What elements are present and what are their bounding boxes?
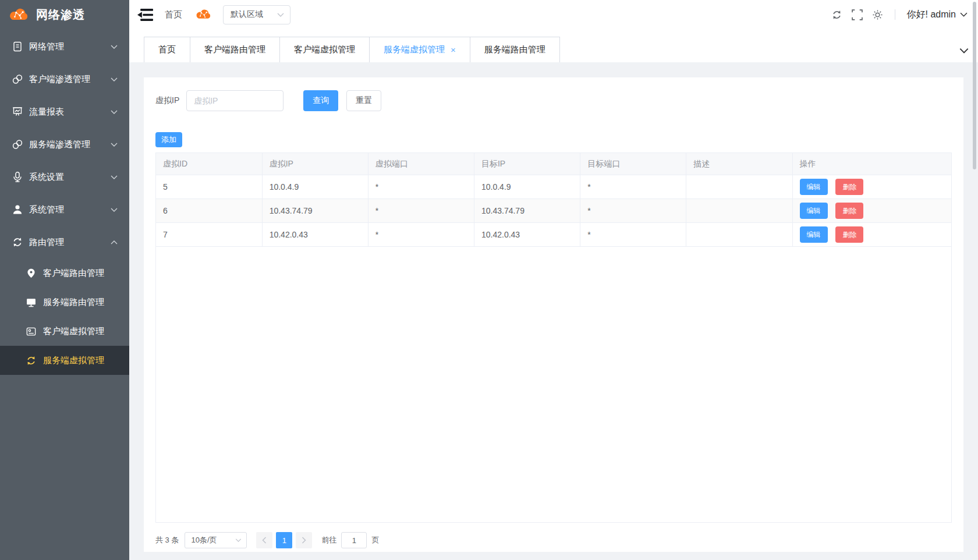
chevron-down-icon — [235, 538, 242, 542]
reset-button[interactable]: 重置 — [346, 90, 381, 111]
goto-page-input[interactable] — [341, 532, 367, 548]
chevron-down-icon — [111, 175, 118, 179]
sidebar-item-system-mgmt[interactable]: 系统管理 — [0, 193, 129, 226]
prev-page-button[interactable] — [256, 532, 272, 548]
top-header: 首页 默认区域 你好! admin — [129, 0, 978, 29]
table-row: 7 10.42.0.43 * 10.42.0.43 * 编辑 删除 — [156, 223, 951, 247]
col-virtual-id: 虚拟ID — [156, 153, 262, 175]
header-actions: 你好! admin — [831, 9, 968, 21]
tab-server-route-mgmt[interactable]: 服务端路由管理 — [470, 37, 560, 62]
pagination: 共 3 条 10条/页 1 前往 页 — [155, 532, 952, 548]
location-icon — [26, 268, 37, 279]
refresh-icon[interactable] — [831, 9, 842, 20]
tab-client-route-mgmt[interactable]: 客户端路由管理 — [190, 37, 280, 62]
edit-button[interactable]: 编辑 — [800, 203, 828, 219]
cell-target-port: * — [580, 199, 686, 223]
data-table: 虚拟ID 虚拟IP 虚拟端口 目标IP 目标端口 描述 操作 5 10.0.4. — [156, 153, 951, 247]
next-page-button[interactable] — [296, 532, 312, 548]
cell-virtual-ip: 10.43.74.79 — [262, 199, 368, 223]
user-icon — [12, 204, 23, 215]
page-size-select[interactable]: 10条/页 — [185, 532, 247, 548]
col-virtual-ip: 虚拟IP — [262, 153, 368, 175]
tab-server-virtual-mgmt[interactable]: 服务端虚拟管理 × — [370, 37, 470, 62]
collapse-sidebar-icon[interactable] — [137, 8, 153, 22]
refresh-icon — [12, 236, 23, 248]
theme-sun-icon[interactable] — [872, 9, 883, 20]
data-board-icon — [12, 106, 23, 118]
menu-label: 系统管理 — [29, 204, 64, 215]
fullscreen-icon[interactable] — [852, 9, 863, 20]
menu-label: 服务端渗透管理 — [29, 139, 90, 150]
cell-virtual-port: * — [368, 199, 474, 223]
brand-cloud-icon — [8, 7, 30, 23]
col-description: 描述 — [686, 153, 792, 175]
chevron-up-icon — [111, 240, 118, 244]
sidebar-item-system-settings[interactable]: 系统设置 — [0, 161, 129, 193]
tab-label: 客户端虚拟管理 — [294, 44, 355, 55]
sidebar-subitem-server-route-mgmt[interactable]: 服务端路由管理 — [0, 288, 129, 317]
link-icon — [12, 73, 23, 85]
table-header-row: 虚拟ID 虚拟IP 虚拟端口 目标IP 目标端口 描述 操作 — [156, 153, 951, 175]
add-button[interactable]: 添加 — [155, 132, 182, 147]
sidebar: 网络渗透 网络管理 客户端渗透管理 流量报表 — [0, 0, 129, 560]
region-select[interactable]: 默认区域 — [223, 5, 290, 24]
sidebar-item-client-pentest-mgmt[interactable]: 客户端渗透管理 — [0, 63, 129, 95]
tab-client-virtual-mgmt[interactable]: 客户端虚拟管理 — [280, 37, 370, 62]
virtual-ip-input[interactable] — [186, 90, 284, 111]
pagination-total: 共 3 条 — [155, 535, 179, 545]
edit-button[interactable]: 编辑 — [800, 179, 828, 195]
delete-button[interactable]: 删除 — [835, 203, 863, 219]
sidebar-item-traffic-report[interactable]: 流量报表 — [0, 95, 129, 128]
cell-virtual-id: 7 — [156, 223, 262, 247]
sidebar-subitem-server-virtual-mgmt[interactable]: 服务端虚拟管理 — [0, 346, 129, 375]
tab-close-icon[interactable]: × — [451, 45, 456, 55]
menu-label: 流量报表 — [29, 107, 64, 118]
cell-virtual-ip: 10.42.0.43 — [262, 223, 368, 247]
page-suffix: 页 — [371, 535, 379, 545]
cell-actions: 编辑 删除 — [792, 223, 951, 247]
col-target-ip: 目标IP — [474, 153, 580, 175]
col-virtual-port: 虚拟端口 — [368, 153, 474, 175]
delete-button[interactable]: 删除 — [835, 179, 863, 195]
postcard-icon — [26, 326, 37, 337]
tab-label: 服务端路由管理 — [484, 44, 545, 55]
refresh-icon — [26, 355, 37, 366]
delete-button[interactable]: 删除 — [835, 226, 863, 243]
query-button[interactable]: 查询 — [303, 90, 338, 111]
region-cloud-icon — [195, 8, 212, 21]
sidebar-item-network-mgmt[interactable]: 网络管理 — [0, 30, 129, 63]
cell-virtual-ip: 10.0.4.9 — [262, 175, 368, 199]
tab-label: 首页 — [158, 44, 176, 55]
region-select-value: 默认区域 — [231, 9, 263, 20]
microphone-icon — [12, 171, 23, 183]
table-row: 5 10.0.4.9 * 10.0.4.9 * 编辑 删除 — [156, 175, 951, 199]
chevron-down-icon — [111, 143, 118, 147]
table-row: 6 10.43.74.79 * 10.43.74.79 * 编辑 删除 — [156, 199, 951, 223]
tab-home[interactable]: 首页 — [144, 37, 190, 62]
page-number-button[interactable]: 1 — [276, 532, 292, 548]
submenu-label: 服务端虚拟管理 — [43, 355, 104, 366]
chevron-down-icon — [111, 110, 118, 114]
sidebar-subitem-client-virtual-mgmt[interactable]: 客户端虚拟管理 — [0, 317, 129, 346]
app-window: 网络渗透 网络管理 客户端渗透管理 流量报表 — [0, 0, 978, 560]
tab-label: 服务端虚拟管理 — [384, 44, 445, 55]
sidebar-item-route-mgmt[interactable]: 路由管理 — [0, 226, 129, 258]
cell-virtual-port: * — [368, 223, 474, 247]
link-icon — [12, 139, 23, 150]
cell-target-port: * — [580, 175, 686, 199]
tab-options-chevron-icon[interactable] — [959, 48, 969, 54]
edit-button[interactable]: 编辑 — [800, 226, 828, 243]
scrollbar-thumb[interactable] — [973, 2, 976, 169]
cell-description — [686, 223, 792, 247]
sidebar-subitem-client-route-mgmt[interactable]: 客户端路由管理 — [0, 258, 129, 288]
chevron-right-icon — [302, 537, 306, 544]
cell-target-ip: 10.43.74.79 — [474, 199, 580, 223]
divider — [895, 9, 895, 20]
menu-label: 系统设置 — [29, 172, 64, 183]
user-menu[interactable]: 你好! admin — [907, 9, 968, 21]
content-panel: 虚拟IP 查询 重置 添加 虚拟ID 虚拟IP 虚拟端口 目标IP 目标端口 — [144, 77, 963, 552]
greeting-text: 你好! admin — [907, 9, 956, 21]
breadcrumb[interactable]: 首页 — [165, 9, 182, 20]
cell-target-ip: 10.42.0.43 — [474, 223, 580, 247]
sidebar-item-server-pentest-mgmt[interactable]: 服务端渗透管理 — [0, 128, 129, 161]
